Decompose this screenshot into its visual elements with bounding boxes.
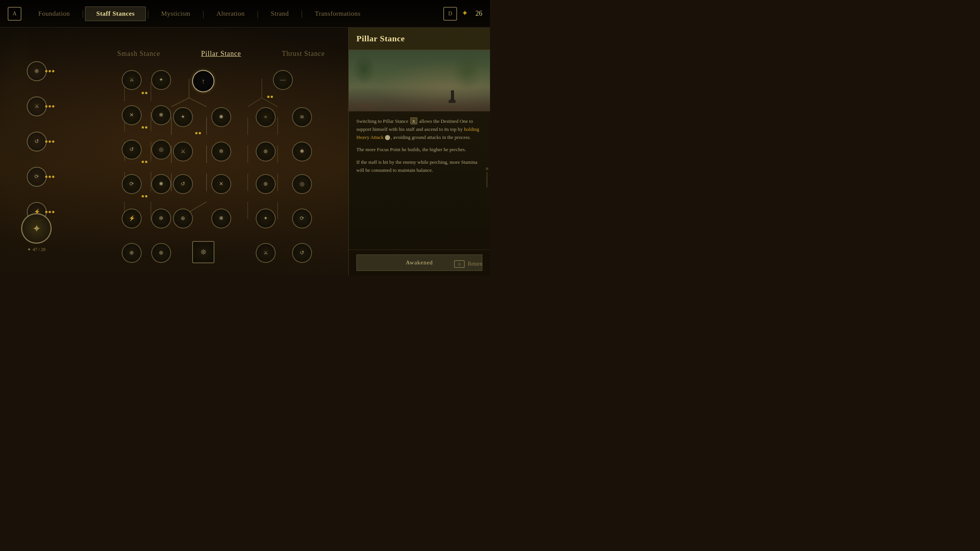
stance-headers: Smash Stance Pillar Stance Thrust Stance xyxy=(98,50,345,58)
control-node-2[interactable]: ⚔ xyxy=(27,96,47,116)
info-panel-title: Pillar Stance xyxy=(356,34,482,44)
nav-right-button[interactable]: D xyxy=(443,7,457,21)
thrust-node-l1[interactable]: ≡ xyxy=(256,107,276,127)
control-node-1[interactable]: ⊕ xyxy=(27,61,47,81)
nav-transformations[interactable]: Transformations xyxy=(304,7,371,21)
smash-node-r4[interactable]: ✺ xyxy=(151,174,171,194)
smash-node-r6[interactable]: ⊗ xyxy=(151,243,171,263)
thrust-node-r2[interactable]: ✺ xyxy=(292,142,312,161)
scene-tree-1 xyxy=(353,54,376,85)
control-node-4[interactable]: ⟳ xyxy=(27,167,47,187)
cost-dots-smash-4 xyxy=(142,195,147,197)
nav-sep-5: | xyxy=(300,9,304,18)
info-description: Switching to Pillar Stance X allows the … xyxy=(349,111,490,249)
skill-tree-area: Smash Stance Pillar Stance Thrust Stance xyxy=(38,31,345,260)
cost-dots-smash-2 xyxy=(142,126,147,129)
svg-line-9 xyxy=(189,202,207,212)
info-desc-1: Switching to Pillar Stance X allows the … xyxy=(356,117,482,141)
pillar-node-r2[interactable]: ✼ xyxy=(211,142,231,161)
thrust-root[interactable]: — xyxy=(273,70,293,90)
cost-dots-smash-1 xyxy=(142,92,147,94)
return-label: Return xyxy=(468,261,482,267)
navigation-bar: A Foundation | Staff Stances | Mysticism… xyxy=(0,0,490,28)
nav-left-button[interactable]: A xyxy=(8,7,21,21)
scene-tree-2 xyxy=(452,52,482,90)
pillar-stance-title: Pillar Stance xyxy=(183,50,260,58)
return-button[interactable]: ⊙ Return xyxy=(454,260,482,268)
nav-alteration[interactable]: Alteration xyxy=(206,7,255,21)
nav-sep-3: | xyxy=(201,9,206,18)
currency-icon-bottom: ✦ xyxy=(27,247,31,253)
svg-line-1 xyxy=(172,98,189,107)
thrust-node-l4[interactable]: ✦ xyxy=(256,209,276,228)
currency-amount: 26 xyxy=(475,10,482,18)
smash-node-r2[interactable]: ❋ xyxy=(151,105,171,125)
pillar-node-r1[interactable]: ✺ xyxy=(211,107,231,127)
thrust-node-l5[interactable]: ⚔ xyxy=(256,243,276,263)
highlight-heavy-attack: holding Heavy Attack xyxy=(356,126,479,140)
thrust-node-r1[interactable]: ≋ xyxy=(292,107,312,127)
thrust-node-r4[interactable]: ⟳ xyxy=(292,209,312,228)
smash-stance-title: Smash Stance xyxy=(101,50,177,58)
scroll-indicators: ⊕ xyxy=(485,166,488,187)
info-panel: Pillar Stance Switching to Pillar Stance… xyxy=(348,28,490,276)
currency-display: ✦ 26 xyxy=(462,8,482,19)
nav-foundation[interactable]: Foundation xyxy=(28,7,80,21)
nav-sep-4: | xyxy=(255,9,260,18)
smash-node-r3[interactable]: ◎ xyxy=(151,140,171,160)
pillar-node-r3[interactable]: ✕ xyxy=(211,174,231,194)
scene-rock xyxy=(356,103,372,108)
thrust-node-r3[interactable]: ◎ xyxy=(292,174,312,194)
cost-dots-smash-3 xyxy=(142,161,147,163)
pillar-node-bottom[interactable]: ❊ xyxy=(192,241,214,263)
thrust-node-r5[interactable]: ↺ xyxy=(292,243,312,263)
awakening-orb[interactable]: ✦ xyxy=(21,213,52,244)
awakening-amount: 47 / 20 xyxy=(33,247,45,253)
nav-items-container: Foundation | Staff Stances | Mysticism |… xyxy=(28,7,443,21)
smash-node-l4[interactable]: ⟳ xyxy=(122,174,142,194)
nav-sep-1: | xyxy=(80,9,85,18)
pillar-root-node[interactable]: ↑ xyxy=(192,70,214,92)
key-badge-x: X xyxy=(410,117,417,124)
awakening-label: ✦ 47 / 20 xyxy=(27,247,45,253)
scene-character xyxy=(449,90,456,104)
smash-node-r1[interactable]: ✦ xyxy=(151,70,171,90)
smash-node-l6[interactable]: ⊕ xyxy=(122,243,142,263)
info-panel-header: Pillar Stance xyxy=(349,28,490,50)
thrust-stance-title: Thrust Stance xyxy=(265,50,342,58)
dots-3 xyxy=(45,140,54,143)
smash-node-l5[interactable]: ⚡ xyxy=(122,209,142,228)
nav-sep-2: | xyxy=(146,9,150,18)
svg-line-22 xyxy=(262,98,278,107)
smash-node-l1[interactable]: ⚔ xyxy=(122,70,142,90)
cost-dots-pillar-1 xyxy=(195,132,201,134)
bottom-left-status: ✦ ✦ 47 / 20 xyxy=(21,213,52,253)
nav-mysticism[interactable]: Mysticism xyxy=(150,7,201,21)
info-desc-3: If the staff is hit by the enemy while p… xyxy=(356,158,482,174)
smash-node-l3[interactable]: ↺ xyxy=(122,140,142,160)
pillar-node-r4[interactable]: ❋ xyxy=(211,209,231,228)
dots-4 xyxy=(45,176,54,178)
screenshot-scene xyxy=(349,50,490,111)
left-controls: ⊕ ⚔ ↺ ⟳ ⚡ xyxy=(27,61,47,222)
nav-right-area: D ✦ 26 xyxy=(443,7,482,21)
pillar-node-l2[interactable]: ⚔ xyxy=(173,142,193,161)
currency-icon: ✦ xyxy=(462,8,472,19)
svg-line-2 xyxy=(189,98,207,107)
pillar-node-l1[interactable]: ✦ xyxy=(173,107,193,127)
nav-strand[interactable]: Strand xyxy=(260,7,299,21)
cost-dots-thrust-1 xyxy=(267,96,273,98)
nav-staff-stances[interactable]: Staff Stances xyxy=(85,7,145,21)
info-desc-2: The more Focus Point he builds, the high… xyxy=(356,146,482,154)
return-icon: ⊙ xyxy=(454,260,465,268)
control-node-3[interactable]: ↺ xyxy=(27,132,47,152)
info-screenshot xyxy=(349,50,490,111)
thrust-node-l3[interactable]: ⊕ xyxy=(256,174,276,194)
thrust-node-l2[interactable]: ⊗ xyxy=(256,142,276,161)
pillar-node-l4[interactable]: ⊕ xyxy=(173,209,193,228)
svg-line-21 xyxy=(248,98,262,107)
smash-node-l2[interactable]: ✕ xyxy=(122,105,142,125)
dots-1 xyxy=(45,70,54,72)
smash-node-r5[interactable]: ✼ xyxy=(151,209,171,228)
pillar-node-l3[interactable]: ↺ xyxy=(173,174,193,194)
